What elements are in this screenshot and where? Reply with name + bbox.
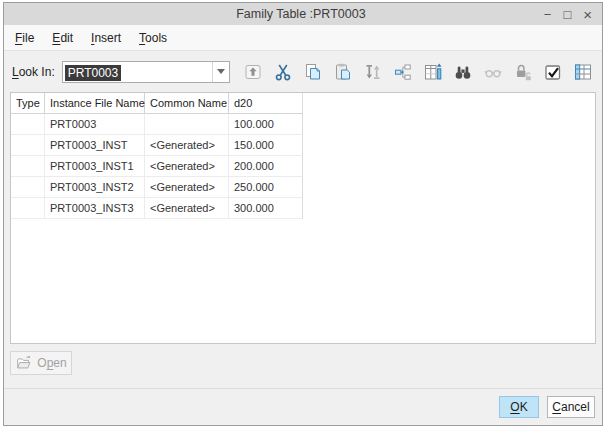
edit-table-icon	[573, 62, 593, 82]
look-in-value[interactable]: PRT0003	[65, 65, 121, 81]
reorder-rows-icon	[363, 62, 383, 82]
family-table: Type Instance File Name Common Name d20 …	[11, 93, 303, 219]
paste-icon	[333, 62, 353, 82]
family-table-dialog: Family Table :PRT0003 − □ × File Edit In…	[3, 2, 603, 426]
cell-type[interactable]	[11, 198, 45, 219]
cell-type[interactable]	[11, 156, 45, 177]
open-folder-icon	[15, 354, 33, 372]
cell-common[interactable]: <Generated>	[145, 135, 229, 156]
look-in-combobox[interactable]: PRT0003	[62, 61, 230, 83]
cell-common[interactable]: <Generated>	[145, 156, 229, 177]
toolbar: Look In: PRT0003	[4, 51, 602, 92]
menu-file[interactable]: File	[6, 27, 43, 49]
preview-glasses-icon	[483, 62, 503, 82]
verify-button[interactable]	[542, 61, 564, 83]
open-button-label: Open	[37, 356, 66, 370]
minimize-icon[interactable]: −	[544, 8, 552, 21]
edit-table-button[interactable]	[572, 61, 594, 83]
verify-icon	[543, 62, 563, 82]
cell-instance[interactable]: PRT0003	[45, 114, 145, 135]
look-in-label: Look In:	[12, 65, 55, 79]
cell-d20[interactable]: 300.000	[229, 198, 303, 219]
copy-button[interactable]	[302, 61, 324, 83]
cell-type[interactable]	[11, 135, 45, 156]
menu-insert[interactable]: Insert	[82, 27, 130, 49]
up-one-level-button[interactable]	[242, 61, 264, 83]
reorder-rows-button[interactable]	[362, 61, 384, 83]
cell-d20[interactable]: 200.000	[229, 156, 303, 177]
copy-instance-button[interactable]	[392, 61, 414, 83]
look-in-dropdown-button[interactable]	[212, 62, 229, 82]
cell-type[interactable]	[11, 114, 45, 135]
find-icon	[453, 62, 473, 82]
up-one-level-icon	[243, 62, 263, 82]
add-column-button[interactable]	[422, 61, 444, 83]
cut-button[interactable]	[272, 61, 294, 83]
paste-button[interactable]	[332, 61, 354, 83]
cell-d20[interactable]: 100.000	[229, 114, 303, 135]
cell-instance[interactable]: PRT0003_INST3	[45, 198, 145, 219]
family-table-panel: Type Instance File Name Common Name d20 …	[10, 92, 596, 344]
chevron-down-icon	[217, 69, 225, 74]
lock-unlock-icon	[513, 62, 533, 82]
window-title: Family Table :PRT0003	[4, 7, 544, 21]
cell-d20[interactable]: 150.000	[229, 135, 303, 156]
cell-instance[interactable]: PRT0003_INST2	[45, 177, 145, 198]
col-header-common-name[interactable]: Common Name	[145, 93, 229, 114]
cancel-button[interactable]: Cancel	[547, 396, 595, 418]
col-header-instance-file-name[interactable]: Instance File Name	[45, 93, 145, 114]
menu-edit[interactable]: Edit	[43, 27, 82, 49]
close-icon[interactable]: ×	[583, 7, 592, 22]
ok-button[interactable]: OK	[499, 396, 539, 418]
cell-instance[interactable]: PRT0003_INST	[45, 135, 145, 156]
cell-d20[interactable]: 250.000	[229, 177, 303, 198]
cell-common[interactable]: <Generated>	[145, 177, 229, 198]
menu-tools[interactable]: Tools	[130, 27, 176, 49]
find-button[interactable]	[452, 61, 474, 83]
maximize-icon[interactable]: □	[563, 8, 571, 21]
copy-icon	[303, 62, 323, 82]
open-button[interactable]: Open	[10, 351, 72, 375]
open-row: Open	[4, 344, 602, 388]
cell-common[interactable]: <Generated>	[145, 198, 229, 219]
title-bar: Family Table :PRT0003 − □ ×	[4, 3, 602, 25]
lock-unlock-button[interactable]	[512, 61, 534, 83]
cell-type[interactable]	[11, 177, 45, 198]
col-header-type[interactable]: Type	[11, 93, 45, 114]
cell-common[interactable]	[145, 114, 229, 135]
preview-glasses-button[interactable]	[482, 61, 504, 83]
add-column-icon	[423, 62, 443, 82]
footer: OK Cancel	[4, 388, 602, 425]
menu-bar: File Edit Insert Tools	[4, 25, 602, 51]
cut-icon	[273, 62, 293, 82]
col-header-d20[interactable]: d20	[229, 93, 303, 114]
copy-instance-icon	[393, 62, 413, 82]
cell-instance[interactable]: PRT0003_INST1	[45, 156, 145, 177]
